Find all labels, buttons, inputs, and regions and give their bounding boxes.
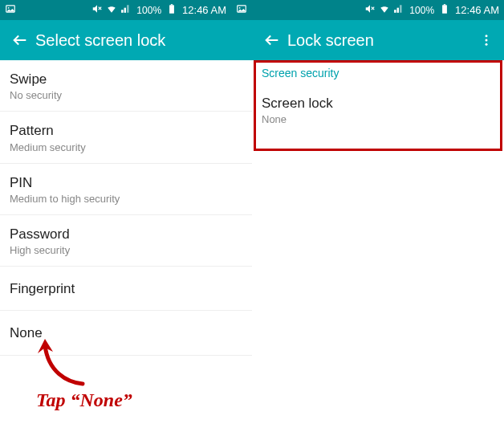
status-bar: 100% 12:46 AM [252,0,504,20]
item-subtitle: None [262,113,494,125]
section-header: Screen security [252,60,504,84]
option-subtitle: Medium to high security [10,193,242,205]
option-title: Fingerprint [10,277,242,300]
more-vert-icon [479,33,494,47]
battery-pct: 100% [409,5,434,16]
lock-screen-content: Screen security Screen lock None [252,60,504,135]
mute-icon [91,3,103,17]
option-fingerprint[interactable]: Fingerprint [0,267,252,311]
svg-point-12 [486,35,488,37]
option-title: Pattern [10,122,242,139]
picture-icon [236,3,247,17]
option-subtitle: No security [10,89,242,101]
back-arrow-icon [11,31,29,49]
option-subtitle: Medium security [10,141,242,153]
phone-right: 100% 12:46 AM Lock screen Screen securit… [252,0,504,422]
app-title[interactable]: Select screen lock [35,31,247,50]
svg-point-7 [239,7,241,9]
clock-text: 12:46 AM [455,4,499,16]
option-title: PIN [10,174,242,191]
app-title[interactable]: Lock screen [287,31,474,50]
wifi-icon [379,3,390,17]
option-subtitle: High security [10,244,242,256]
item-title: Screen lock [262,95,494,112]
option-none[interactable]: None [0,311,252,355]
overflow-menu-button[interactable] [474,25,499,55]
battery-icon [166,3,177,17]
svg-point-1 [8,7,10,9]
screen-lock-item[interactable]: Screen lock None [252,84,504,135]
option-title: Swipe [10,71,242,88]
signal-icon [393,3,404,17]
phone-left: 100% 12:46 AM Select screen lock Swipe N… [0,0,252,422]
option-pin[interactable]: PIN Medium to high security [0,164,252,215]
clock-text: 12:46 AM [182,4,226,16]
signal-icon [120,3,132,17]
back-arrow-icon [263,31,281,49]
option-title: Password [10,226,242,243]
status-bar: 100% 12:46 AM [0,0,252,20]
svg-point-13 [486,39,488,42]
battery-pct: 100% [136,5,161,16]
lock-option-list: Swipe No security Pattern Medium securit… [0,60,252,356]
svg-point-14 [486,43,488,46]
mute-icon [364,3,376,17]
option-password[interactable]: Password High security [0,215,252,267]
svg-rect-5 [171,4,173,5]
svg-rect-4 [169,5,174,13]
wifi-icon [106,3,117,17]
option-swipe[interactable]: Swipe No security [0,60,252,112]
picture-icon [5,3,16,17]
app-bar: Select screen lock [0,20,252,60]
svg-rect-11 [444,4,445,5]
app-bar: Lock screen [252,20,504,60]
back-button[interactable] [257,25,287,55]
option-pattern[interactable]: Pattern Medium security [0,112,252,163]
battery-icon [439,3,450,17]
svg-rect-10 [442,5,447,13]
option-title: None [10,321,242,344]
back-button[interactable] [5,25,35,55]
